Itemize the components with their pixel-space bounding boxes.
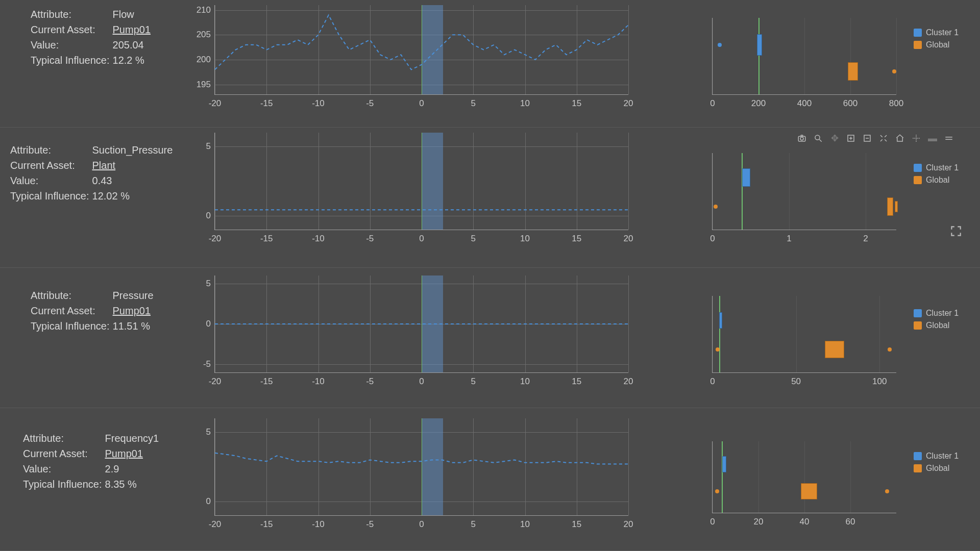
legend-label-global: Global — [926, 464, 949, 473]
x-tick: -15 — [260, 519, 273, 530]
asset-link[interactable]: Pump01 — [105, 448, 143, 459]
y-tick: 5 — [206, 279, 211, 289]
x-tick: 800 — [889, 98, 903, 109]
x-tick: 10 — [520, 377, 530, 387]
x-tick: 2 — [863, 234, 868, 244]
label-value: Value: — [10, 173, 92, 189]
x-tick: 5 — [471, 234, 476, 244]
trace-line — [215, 133, 628, 230]
pan-icon[interactable]: ✥ — [829, 133, 840, 144]
legend[interactable]: Cluster 1Global — [914, 163, 975, 188]
autoscale-icon[interactable] — [878, 133, 889, 144]
camera-icon[interactable] — [796, 133, 807, 144]
legend-swatch-global — [914, 176, 922, 184]
label-asset: Current Asset: — [31, 304, 113, 319]
asset-link[interactable]: Pump01 — [113, 305, 151, 316]
x-tick: -20 — [209, 98, 222, 109]
svg-point-1 — [800, 137, 803, 140]
cluster-marker-line — [722, 441, 723, 513]
label-influence: Typical Influence: — [23, 477, 105, 492]
legend-label-global: Global — [926, 176, 949, 185]
x-tick: 20 — [624, 377, 633, 387]
expand-icon[interactable] — [949, 224, 963, 240]
label-asset: Current Asset: — [23, 446, 105, 462]
legend[interactable]: Cluster 1Global — [914, 309, 975, 333]
label-asset: Current Asset: — [10, 158, 92, 173]
label-influence: Typical Influence: — [31, 319, 113, 334]
distribution-chart[interactable]: 012 — [704, 153, 898, 245]
home-icon[interactable] — [894, 133, 905, 144]
x-tick: 0 — [710, 98, 715, 109]
value-influence: 12.02 % — [92, 189, 176, 204]
x-tick: 20 — [754, 517, 764, 527]
x-tick: 50 — [791, 377, 801, 387]
dist-box — [719, 312, 722, 329]
dist-point — [715, 489, 719, 493]
zoom-in-icon[interactable] — [845, 133, 856, 144]
value-attribute: Flow — [113, 7, 154, 22]
x-tick: -20 — [209, 519, 222, 530]
trace-line — [215, 276, 628, 372]
x-tick: 0 — [419, 377, 424, 387]
legend-swatch-cluster — [914, 452, 922, 460]
dist-box — [801, 483, 817, 499]
timeseries-chart[interactable]: -20-15-10-505101520195200205210 — [191, 5, 635, 110]
zoom-icon[interactable] — [813, 133, 824, 144]
y-tick: 0 — [206, 496, 211, 507]
dist-point — [716, 347, 720, 352]
legend[interactable]: Cluster 1Global — [914, 452, 975, 476]
x-tick: -15 — [260, 377, 273, 387]
x-tick: 10 — [520, 98, 530, 109]
dist-point — [885, 489, 889, 493]
legend-swatch-cluster — [914, 309, 922, 317]
legend-swatch-global — [914, 321, 922, 330]
distribution-chart[interactable]: 0200400600800 — [704, 18, 898, 110]
legend-label-global: Global — [926, 321, 949, 330]
hover-compare-icon[interactable] — [943, 133, 954, 144]
x-tick: 15 — [572, 377, 581, 387]
x-tick: 5 — [471, 98, 476, 109]
timeseries-chart[interactable]: -20-15-10-50510152005 — [191, 418, 635, 531]
chart-toolbar: ✥▬ — [796, 133, 954, 144]
spikelines-icon[interactable] — [911, 133, 922, 144]
x-tick: 0 — [710, 377, 715, 387]
timeseries-chart[interactable]: -20-15-10-505101520-505 — [191, 276, 635, 388]
hover-closest-icon[interactable]: ▬ — [927, 133, 938, 144]
dist-box — [742, 168, 750, 187]
x-tick: 0 — [419, 234, 424, 244]
value-attribute: Frequency1 — [105, 431, 162, 446]
y-tick: -5 — [203, 359, 211, 369]
zoom-out-icon[interactable] — [862, 133, 873, 144]
label-attribute: Attribute: — [31, 7, 113, 22]
distribution-chart[interactable]: 050100 — [704, 296, 898, 388]
info-panel: Attribute:Suction_PressureCurrent Asset:… — [10, 143, 199, 204]
dist-box — [722, 456, 726, 472]
metric-row-flow: Attribute:FlowCurrent Asset:Pump01Value:… — [0, 0, 980, 128]
x-tick: 0 — [419, 519, 424, 530]
x-tick: 400 — [797, 98, 812, 109]
x-tick: -10 — [312, 519, 325, 530]
y-tick: 210 — [197, 5, 211, 15]
cluster-marker-line — [742, 153, 743, 230]
distribution-chart[interactable]: 0204060 — [704, 441, 898, 528]
y-tick: 0 — [206, 319, 211, 329]
asset-link[interactable]: Plant — [92, 160, 116, 171]
asset-link[interactable]: Pump01 — [113, 24, 151, 35]
legend-label-cluster: Cluster 1 — [926, 452, 959, 461]
x-tick: 5 — [471, 519, 476, 530]
value-value: 0.43 — [92, 173, 176, 189]
metric-row-suction_pressure: Attribute:Suction_PressureCurrent Asset:… — [0, 128, 980, 268]
timeseries-chart[interactable]: -20-15-10-50510152005 — [191, 133, 635, 245]
x-tick: 10 — [520, 519, 530, 530]
metric-row-frequency1: Attribute:Frequency1Current Asset:Pump01… — [0, 408, 980, 551]
value-influence: 12.2 % — [113, 53, 154, 68]
x-tick: 100 — [872, 377, 887, 387]
dist-box — [757, 34, 762, 56]
x-tick: 600 — [843, 98, 857, 109]
x-tick: 15 — [572, 98, 581, 109]
x-tick: 10 — [520, 234, 530, 244]
value-value: 2.9 — [105, 462, 162, 477]
legend[interactable]: Cluster 1Global — [914, 28, 975, 53]
x-tick: 60 — [846, 517, 855, 527]
label-value: Value: — [23, 462, 105, 477]
